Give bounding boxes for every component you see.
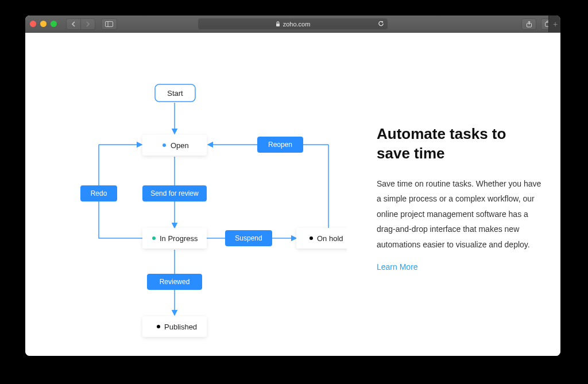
nav-buttons (66, 18, 95, 30)
learn-more-link[interactable]: Learn More (377, 262, 418, 271)
svg-point-11 (152, 236, 156, 240)
transition-redo[interactable]: Redo (80, 185, 117, 201)
reload-button[interactable] (378, 20, 384, 28)
svg-point-9 (163, 143, 166, 147)
transition-send-for-review-label: Send for review (150, 189, 199, 197)
chevron-left-icon (71, 21, 76, 27)
chevron-right-icon (86, 21, 90, 27)
transition-reviewed[interactable]: Reviewed (147, 274, 202, 290)
stage: zoho.com (0, 0, 588, 384)
hero-heading: Automate tasks to save time (377, 125, 543, 164)
address-text: zoho.com (283, 21, 311, 28)
state-in-progress-label: In Progress (160, 234, 198, 243)
svg-rect-0 (106, 21, 113, 26)
address-bar[interactable]: zoho.com (198, 18, 388, 29)
forward-button[interactable] (80, 18, 95, 30)
state-open[interactable]: Open (142, 135, 207, 156)
state-in-progress[interactable]: In Progress (142, 228, 207, 249)
page-content: Start Open In Progress (25, 33, 560, 356)
share-button[interactable] (521, 18, 536, 30)
transition-suspend[interactable]: Suspend (225, 230, 272, 246)
workflow-diagram: Start Open In Progress (48, 73, 347, 348)
svg-point-13 (310, 236, 313, 240)
state-published[interactable]: Published (142, 316, 207, 337)
plus-icon: + (553, 20, 558, 29)
sidebar-icon (105, 21, 113, 27)
fullscreen-window-button[interactable] (51, 21, 57, 27)
transition-suspend-label: Suspend (235, 234, 262, 242)
transition-send-for-review[interactable]: Send for review (142, 185, 207, 201)
hero-body: Save time on routine tasks. Whether you … (377, 176, 543, 253)
back-button[interactable] (66, 18, 80, 30)
lock-icon (276, 21, 280, 27)
share-icon (526, 21, 532, 28)
transition-redo-label: Redo (91, 189, 107, 197)
transition-reopen-label: Reopen (268, 141, 292, 149)
svg-rect-2 (276, 24, 280, 26)
reload-icon (378, 20, 384, 26)
state-on-hold-label: On hold (317, 234, 343, 243)
state-start[interactable]: Start (155, 84, 195, 102)
state-published-label: Published (164, 323, 197, 331)
close-window-button[interactable] (30, 21, 36, 27)
state-open-label: Open (171, 141, 189, 150)
browser-titlebar: zoho.com (25, 15, 560, 33)
sidebar-toggle-button[interactable] (101, 18, 117, 30)
new-tab-button[interactable]: + (548, 15, 560, 32)
window-controls (30, 21, 57, 27)
svg-point-15 (157, 325, 160, 328)
transition-reviewed-label: Reviewed (160, 278, 190, 286)
browser-window: zoho.com (25, 15, 560, 356)
state-on-hold[interactable]: On hold (296, 228, 347, 249)
hero-copy: Automate tasks to save time Save time on… (377, 125, 543, 272)
minimize-window-button[interactable] (40, 21, 47, 27)
transition-reopen[interactable]: Reopen (257, 137, 303, 153)
state-start-label: Start (167, 89, 183, 98)
